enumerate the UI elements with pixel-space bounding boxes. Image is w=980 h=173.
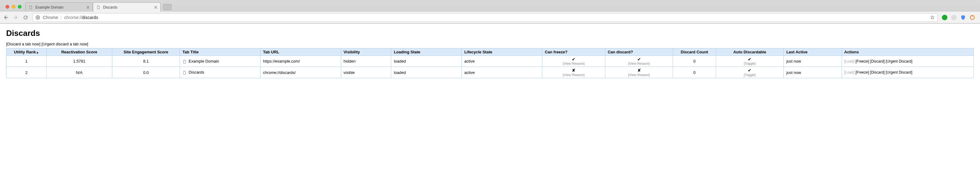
close-icon[interactable]: [86, 6, 89, 9]
reload-icon: [23, 15, 28, 20]
page-heading: Discards: [6, 28, 974, 38]
col-last-active[interactable]: Last Active: [784, 49, 842, 56]
file-icon: [29, 5, 33, 9]
table-row: 2N/A0.0Discardschrome://discards/visible…: [6, 67, 974, 78]
tab-strip: Example DomainDiscards: [0, 0, 980, 12]
cell-url: https://example.com/: [261, 56, 341, 67]
check-icon: ✔: [608, 57, 671, 62]
window-minimize-button[interactable]: [12, 5, 15, 9]
cell-rank: 2: [6, 67, 47, 78]
cell-loading: loaded: [391, 56, 462, 67]
col-actions[interactable]: Actions: [842, 49, 974, 56]
browser-tab[interactable]: Discards: [93, 2, 161, 12]
cell-title: Discards: [180, 67, 261, 78]
cell-lifecycle: active: [462, 67, 542, 78]
table-header-row: Utility Rank▲ Reactivation Score Site En…: [6, 49, 974, 56]
url-separator: |: [60, 15, 62, 20]
col-tab-url[interactable]: Tab URL: [261, 49, 341, 56]
tab-title: Discards: [103, 5, 152, 9]
action-discard[interactable]: [Discard]: [870, 70, 885, 74]
cell-auto-discardable: ✔[Toggle]: [716, 56, 784, 67]
cell-can-freeze: ✘[View Reason]: [542, 67, 605, 78]
shield-icon[interactable]: [960, 15, 966, 20]
cell-can-discard: ✔[View Reason]: [605, 56, 673, 67]
toggle-link[interactable]: [Toggle]: [719, 73, 781, 77]
extension-icon-2[interactable]: [951, 15, 957, 20]
action-discard[interactable]: [Discard]: [870, 59, 885, 63]
page-content: Discards [Discard a tab now] [Urgent dis…: [0, 24, 980, 83]
extension-icon-1[interactable]: [942, 15, 947, 20]
action-freeze[interactable]: [Freeze]: [856, 70, 869, 74]
col-discard-count[interactable]: Discard Count: [673, 49, 716, 56]
check-icon: ✔: [719, 68, 781, 73]
check-icon: ✘: [545, 68, 602, 73]
urgent-discard-now-link[interactable]: [Urgent discard a tab now]: [41, 42, 88, 46]
col-reactivation-score[interactable]: Reactivation Score: [46, 49, 112, 56]
reload-button[interactable]: [23, 15, 28, 20]
svg-point-0: [36, 16, 40, 19]
new-tab-button[interactable]: [163, 4, 172, 10]
cell-visibility: visible: [341, 67, 391, 78]
toggle-link[interactable]: [Toggle]: [719, 62, 781, 65]
view-reason-link[interactable]: [View Reason]: [608, 62, 671, 65]
arrow-left-icon: [3, 15, 9, 20]
back-button[interactable]: [3, 15, 9, 20]
col-auto-discardable[interactable]: Auto Discardable: [716, 49, 784, 56]
cell-engagement: 8.1: [112, 56, 180, 67]
cell-can-freeze: ✔[View Reason]: [542, 56, 605, 67]
window-zoom-button[interactable]: [18, 5, 22, 9]
check-icon: ✔: [719, 57, 781, 62]
check-icon: ✘: [608, 68, 671, 73]
col-lifecycle-state[interactable]: Lifecycle State: [462, 49, 542, 56]
url-dim-part: chrome://: [64, 15, 82, 20]
extension-icons: [942, 15, 977, 20]
close-icon[interactable]: [154, 6, 157, 9]
col-loading-state[interactable]: Loading State: [391, 49, 462, 56]
window-close-button[interactable]: [6, 5, 9, 9]
url-scheme-label: Chrome: [43, 15, 58, 20]
view-reason-link[interactable]: [View Reason]: [545, 62, 602, 65]
cell-last-active: just now: [784, 67, 842, 78]
cell-can-discard: ✘[View Reason]: [605, 67, 673, 78]
cell-actions: [Load] [Freeze] [Discard] [Urgent Discar…: [842, 67, 974, 78]
cell-discard-count: 0: [673, 67, 716, 78]
action-freeze[interactable]: [Freeze]: [856, 59, 869, 63]
discards-table: Utility Rank▲ Reactivation Score Site En…: [6, 48, 974, 78]
tab-title: Example Domain: [35, 5, 84, 9]
col-site-engagement[interactable]: Site Engagement Score: [112, 49, 180, 56]
window-controls: [2, 5, 25, 12]
view-reason-link[interactable]: [View Reason]: [545, 73, 602, 77]
toolbar: Chrome | chrome://discards: [0, 12, 980, 23]
cell-visibility: hidden: [341, 56, 391, 67]
col-utility-rank[interactable]: Utility Rank▲: [6, 49, 47, 56]
bookmark-star-icon[interactable]: [930, 15, 935, 20]
cell-rank: 1: [6, 56, 47, 67]
cell-reactivation: 1.5781: [46, 56, 112, 67]
cell-lifecycle: active: [462, 56, 542, 67]
action-load[interactable]: [Load]: [844, 59, 854, 63]
arrow-right-icon: [13, 15, 19, 20]
url-text: chrome://discards: [64, 15, 98, 20]
check-icon: ✔: [545, 57, 602, 62]
col-tab-title[interactable]: Tab Title: [180, 49, 261, 56]
col-can-discard[interactable]: Can discard?: [605, 49, 673, 56]
cell-title: Example Domain: [180, 56, 261, 67]
action-urgent-discard[interactable]: [Urgent Discard]: [886, 59, 912, 63]
browser-tab[interactable]: Example Domain: [25, 2, 93, 12]
discard-now-link[interactable]: [Discard a tab now]: [6, 42, 40, 46]
col-can-freeze[interactable]: Can freeze?: [542, 49, 605, 56]
action-urgent-discard[interactable]: [Urgent Discard]: [886, 70, 912, 74]
extension-icon-3[interactable]: [970, 15, 975, 20]
url-path-part: discards: [82, 15, 98, 20]
forward-button[interactable]: [13, 15, 19, 20]
cell-loading: loaded: [391, 67, 462, 78]
sort-arrow-icon: ▲: [36, 50, 39, 54]
cell-engagement: 0.0: [112, 67, 180, 78]
view-reason-link[interactable]: [View Reason]: [608, 73, 671, 77]
action-load[interactable]: [Load]: [844, 70, 854, 74]
cell-last-active: just now: [784, 56, 842, 67]
col-visibility[interactable]: Visibility: [341, 49, 391, 56]
address-bar[interactable]: Chrome | chrome://discards: [33, 13, 937, 22]
tabs-container: Example DomainDiscards: [25, 2, 161, 12]
file-icon: [96, 5, 100, 9]
